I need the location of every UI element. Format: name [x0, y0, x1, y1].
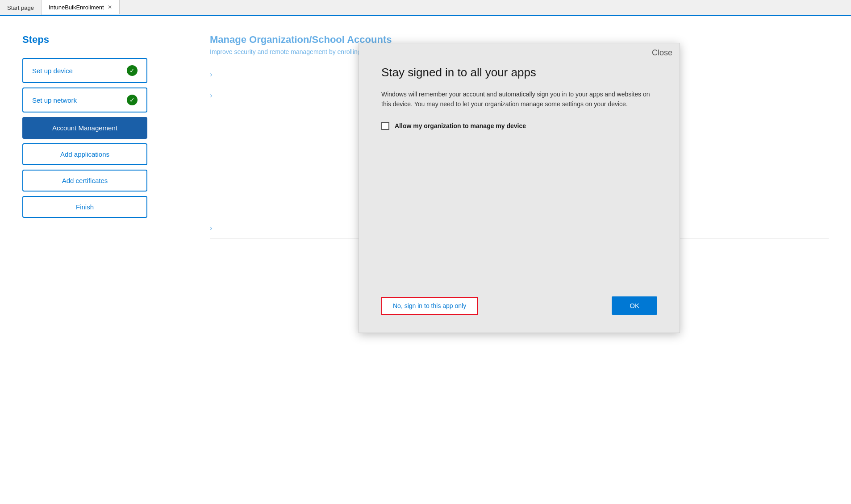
sidebar-title: Steps: [22, 34, 165, 46]
modal-heading: Stay signed in to all your apps: [381, 66, 657, 79]
step-add-applications[interactable]: Add applications: [22, 143, 147, 165]
step-set-up-device-label: Set up device: [32, 67, 127, 75]
modal-body-text: Windows will remember your account and a…: [381, 89, 657, 109]
step-add-certificates-label: Add certificates: [32, 177, 138, 184]
tab-start-page[interactable]: Start page: [0, 0, 42, 15]
modal-close-button[interactable]: Close: [652, 49, 672, 57]
no-sign-in-app-only-button[interactable]: No, sign in to this app only: [381, 297, 478, 315]
step-set-up-network[interactable]: Set up network ✓: [22, 87, 147, 112]
checkbox-row: Allow my organization to manage my devic…: [381, 122, 657, 130]
step-set-up-network-check-icon: ✓: [127, 95, 138, 105]
step-finish[interactable]: Finish: [22, 196, 147, 218]
ok-button-label: OK: [630, 302, 639, 309]
tab-close-icon[interactable]: ✕: [108, 4, 112, 10]
checkbox-label: Allow my organization to manage my devic…: [395, 122, 526, 129]
step-set-up-device[interactable]: Set up device ✓: [22, 58, 147, 83]
step-set-up-device-check-icon: ✓: [127, 65, 138, 76]
modal-overlay: Close Stay signed in to all your apps Wi…: [188, 16, 851, 504]
step-account-management-label: Account Management: [32, 124, 138, 132]
title-bar: Start page IntuneBulkEnrollment ✕: [0, 0, 851, 16]
tab-intune-label: IntuneBulkEnrollment: [49, 4, 104, 11]
modal-dialog: Close Stay signed in to all your apps Wi…: [359, 43, 680, 333]
ok-button[interactable]: OK: [612, 296, 657, 315]
content-area: Manage Organization/School Accounts Impr…: [188, 16, 851, 504]
step-set-up-network-label: Set up network: [32, 96, 127, 104]
tab-start-page-label: Start page: [7, 4, 34, 11]
step-add-certificates[interactable]: Add certificates: [22, 170, 147, 192]
sidebar: Steps Set up device ✓ Set up network ✓ A…: [0, 16, 188, 504]
step-account-management[interactable]: Account Management: [22, 117, 147, 139]
main-area: Steps Set up device ✓ Set up network ✓ A…: [0, 16, 851, 504]
secondary-button-label: No, sign in to this app only: [393, 302, 466, 309]
manage-device-checkbox[interactable]: [381, 122, 389, 130]
modal-footer: No, sign in to this app only OK: [381, 287, 657, 315]
tab-intune-bulk[interactable]: IntuneBulkEnrollment ✕: [42, 0, 120, 14]
step-add-applications-label: Add applications: [32, 150, 138, 158]
step-finish-label: Finish: [32, 203, 138, 211]
